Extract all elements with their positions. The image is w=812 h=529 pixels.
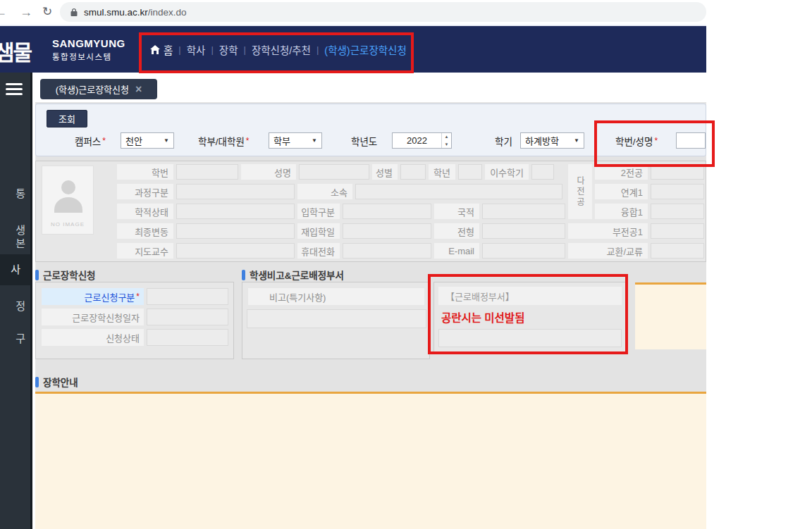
url-host: smul.smu.ac.kr <box>84 7 148 18</box>
multi-major-label: 다전공 <box>568 164 592 219</box>
nationality-field <box>482 204 565 219</box>
assigned-dept-header: 【근로배정부서】 <box>438 287 622 305</box>
nav-separator: | <box>178 44 180 55</box>
required-asterisk: * <box>136 292 140 301</box>
last-change-field <box>176 223 295 239</box>
readmission-field <box>343 223 431 239</box>
conv1-field <box>651 204 704 219</box>
semesters-field <box>531 164 554 180</box>
sidebar-item-2[interactable]: 생 본 <box>0 223 25 250</box>
faculty-value: 학부 <box>273 134 290 147</box>
assigned-dept-field <box>438 329 622 347</box>
work-apply-box: 근로신청구분* 근로장학신청일자 신청상태 <box>35 282 234 359</box>
spinner-down-icon[interactable]: ▼ <box>442 141 451 149</box>
email-field <box>482 243 565 259</box>
term-value: 하계방학 <box>525 134 559 147</box>
course-label: 과정구분 <box>117 184 173 199</box>
assigned-dept-warning: 공란시는 미선발됨 <box>441 309 524 325</box>
student-id-field <box>176 164 238 180</box>
nav-item-haksa[interactable]: 학사 <box>187 42 206 57</box>
screening-label: 전형 <box>434 223 479 239</box>
section-work-apply-header: 근로장학신청 <box>35 268 96 282</box>
admission-field <box>343 204 431 219</box>
remark-field <box>247 309 426 328</box>
section-remark-header: 학생비고&근로배정부서 <box>242 268 344 282</box>
home-icon <box>150 45 160 54</box>
nav-item-work-scholarship[interactable]: (학생)근로장학신청 <box>324 42 406 57</box>
lock-icon <box>70 8 78 17</box>
hamburger-menu-icon[interactable] <box>6 83 23 98</box>
sidebar-item-5[interactable]: 구 <box>0 332 25 345</box>
student-info-panel: NO IMAGE 학번 성명 성별 학년 이수학기 과정구분 소속 학적상태 입… <box>35 161 706 262</box>
nav-separator: | <box>211 44 213 55</box>
apply-status-label: 신청상태 <box>42 329 144 346</box>
campus-select[interactable]: 천안 ▼ <box>121 132 174 149</box>
work-apply-date-field <box>147 309 228 325</box>
exchange-field <box>651 243 704 259</box>
assigned-dept-box: 【근로배정부서】 공란시는 미선발됨 <box>433 282 626 352</box>
advisor-field <box>176 243 295 259</box>
student-row-1: 학번 성명 성별 학년 이수학기 <box>117 164 554 180</box>
student-name-label: 성명 <box>241 164 296 180</box>
phone-label: 휴대전화 <box>297 243 340 259</box>
section-bar-icon <box>35 270 39 280</box>
student-search-input[interactable] <box>676 132 706 149</box>
year-stepper[interactable]: 2022 ▲ ▼ <box>392 132 452 149</box>
nav-item-home[interactable]: 홈 <box>150 42 173 57</box>
sidebar-item-4[interactable]: 정 <box>0 299 25 313</box>
global-nav: 홈 | 학사 | 장학 | 장학신청/추천 | (학생)근로장학신청 <box>150 26 407 73</box>
url-path: /index.do <box>148 7 187 18</box>
spinner-up-icon[interactable]: ▲ <box>442 133 451 141</box>
nav-item-janghak-apply[interactable]: 장학신청/추천 <box>252 42 311 57</box>
tab-close-icon[interactable]: × <box>135 83 142 96</box>
status-field <box>176 204 295 219</box>
sidebar-item-1[interactable]: 통 <box>0 187 25 200</box>
nav-item-janghak[interactable]: 장학 <box>219 42 238 57</box>
term-label: 학기 <box>495 133 512 149</box>
student-photo-placeholder: NO IMAGE <box>42 166 94 235</box>
dept-field <box>355 184 562 199</box>
dept-label: 소속 <box>297 184 352 199</box>
required-asterisk: * <box>102 136 106 146</box>
campus-label: 캠퍼스* <box>75 133 106 149</box>
work-apply-date-label: 근로장학신청일자 <box>42 309 144 325</box>
grade-label: 학년 <box>429 164 455 180</box>
sidebar: 통 생 본 사 정 구 <box>0 73 32 529</box>
remark-label: 비고(특기사항) <box>248 288 424 305</box>
tab-work-scholarship[interactable]: (학생)근로장학신청 × <box>40 79 157 99</box>
browser-back-icon[interactable]: ← <box>0 3 7 21</box>
grade-field <box>458 164 482 180</box>
address-bar[interactable]: smul.smu.ac.kr/index.do <box>60 2 706 22</box>
major2-field <box>651 164 704 180</box>
faculty-select[interactable]: 학부 ▼ <box>269 132 322 149</box>
exchange-label: 교환/교류 <box>568 243 648 259</box>
logo-line1: SANGMYUNG <box>52 37 125 49</box>
tab-label: (학생)근로장학신청 <box>56 82 129 96</box>
chevron-down-icon: ▼ <box>312 137 317 144</box>
section-notice-header: 장학안내 <box>35 375 78 389</box>
minor1-field <box>651 223 704 239</box>
sidebar-item-3-active[interactable]: 사 <box>0 263 25 276</box>
faculty-label: 학부/대학원* <box>198 133 250 149</box>
campus-value: 천안 <box>125 134 142 147</box>
browser-forward-icon[interactable]: → <box>20 3 32 21</box>
query-button[interactable]: 조회 <box>47 110 87 127</box>
gender-field <box>400 164 426 180</box>
nav-separator: | <box>244 44 246 55</box>
student-row-2: 과정구분 소속 <box>117 184 562 199</box>
browser-reload-icon[interactable]: ↻ <box>42 3 52 21</box>
term-select[interactable]: 하계방학 ▼ <box>520 132 584 149</box>
scholarship-notice-panel <box>35 392 706 529</box>
major2-label: 2전공 <box>595 164 648 180</box>
admission-label: 입학구분 <box>297 204 340 219</box>
work-row-2: 근로장학신청일자 <box>42 309 228 325</box>
minor1-label: 부전공1 <box>568 223 648 239</box>
remark-box: 비고(특기사항) <box>242 282 430 359</box>
section-bar-icon <box>35 377 39 387</box>
logo-text: SANGMYUNG 통합정보시스템 <box>52 37 125 62</box>
section-title: 장학안내 <box>43 375 78 389</box>
student-row-4: 최종변동 재입학일 전형 <box>117 223 565 239</box>
no-image-label: NO IMAGE <box>42 221 93 228</box>
work-row-3: 신청상태 <box>42 329 228 346</box>
screening-field <box>482 223 565 239</box>
